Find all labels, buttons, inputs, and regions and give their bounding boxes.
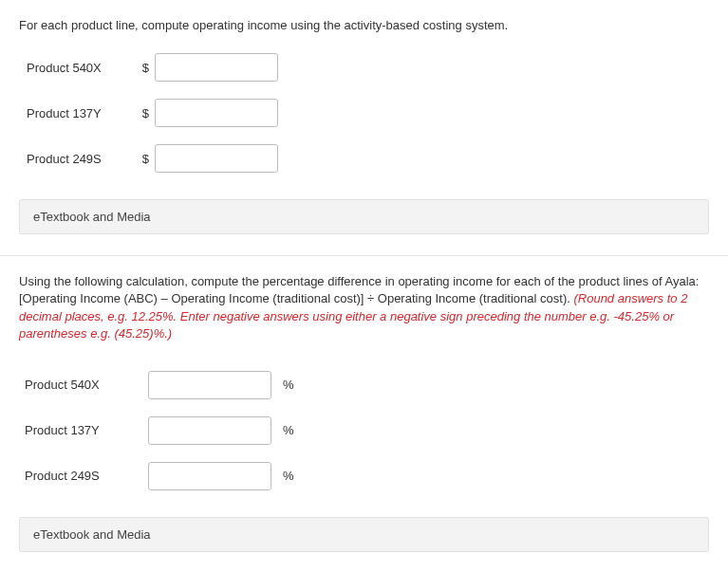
instruction-text-line2: [Operating Income (ABC) – Operating Inco… [19,291,573,305]
input-row-pct-249s: Product 249S % [19,462,709,490]
input-row-pct-540x: Product 540X % [19,371,709,399]
currency-prefix: $ [136,106,155,120]
input-row-product-137y: Product 137Y $ [19,99,709,127]
percent-suffix: % [271,423,294,437]
input-row-pct-137y: Product 137Y % [19,416,709,445]
currency-prefix: $ [136,61,155,75]
input-product-249s-pct[interactable] [148,462,271,490]
label-product-540x: Product 540X [27,61,136,75]
label-pct-249s: Product 249S [25,469,148,483]
input-product-540x-pct[interactable] [148,371,271,399]
section-percentage-difference: Using the following calculation, compute… [0,256,728,572]
input-row-product-249s: Product 249S $ [19,144,709,173]
etextbook-media-button[interactable]: eTextbook and Media [19,199,709,234]
label-product-137y: Product 137Y [27,106,136,120]
label-pct-540x: Product 540X [25,378,148,392]
percent-suffix: % [271,378,294,392]
etextbook-media-button[interactable]: eTextbook and Media [19,517,709,552]
instruction-block: Using the following calculation, compute… [19,273,709,342]
percent-suffix: % [271,469,294,483]
label-product-249s: Product 249S [27,152,136,166]
instruction-text: For each product line, compute operating… [19,17,709,34]
currency-prefix: $ [136,152,155,166]
input-row-product-540x: Product 540X $ [19,53,709,82]
label-pct-137y: Product 137Y [25,423,148,437]
input-product-540x-income[interactable] [155,53,278,82]
instruction-text-line1: Using the following calculation, compute… [19,274,699,288]
section-operating-income: For each product line, compute operating… [0,0,728,256]
input-product-137y-pct[interactable] [148,416,271,445]
input-product-249s-income[interactable] [155,144,278,173]
input-product-137y-income[interactable] [155,99,278,127]
